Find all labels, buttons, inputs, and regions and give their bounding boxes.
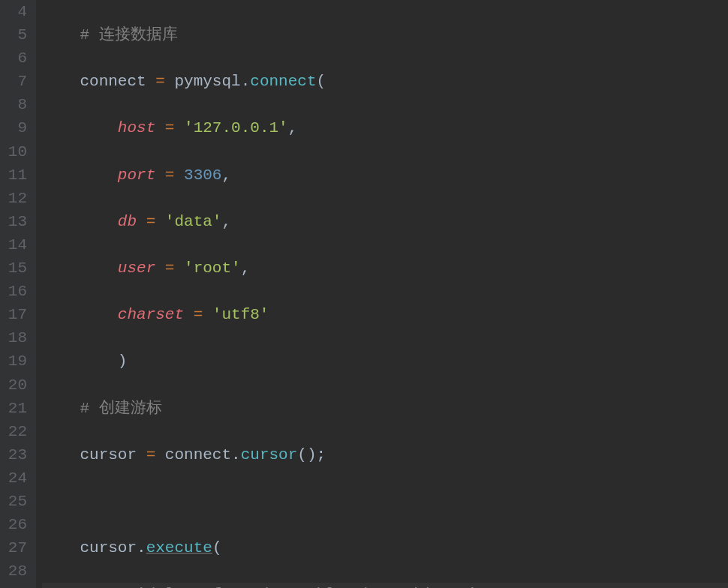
code-editor[interactable]: # 连接数据库 connect = pymysql.connect( host … (36, 0, 728, 588)
line-number: 28 (0, 560, 27, 583)
line-number: 26 (0, 513, 27, 536)
code-line[interactable]: user = 'root', (42, 256, 728, 280)
line-number: 27 (0, 536, 27, 560)
line-number: 5 (0, 23, 27, 46)
line-number: 10 (0, 140, 27, 164)
line-number: 20 (0, 374, 27, 397)
code-line[interactable]: cursor = connect.cursor(); (42, 443, 728, 466)
line-number: 14 (0, 233, 27, 256)
code-line[interactable]: db = 'data', (42, 210, 728, 233)
line-number: 18 (0, 326, 27, 350)
code-line[interactable]: port = 3306, (42, 164, 728, 187)
line-number: 17 (0, 303, 27, 326)
line-number: 15 (0, 256, 27, 280)
code-line[interactable]: cursor.execute( (42, 536, 728, 560)
code-line[interactable] (42, 490, 728, 513)
line-number: 24 (0, 466, 27, 490)
line-number: 22 (0, 420, 27, 443)
line-number: 6 (0, 46, 27, 70)
code-line[interactable]: charset = 'utf8' (42, 303, 728, 326)
line-number: 4 (0, 0, 27, 23)
line-number: 16 (0, 280, 27, 303)
code-line[interactable]: ) (42, 350, 728, 373)
code-line[interactable]: # 创建游标 (42, 397, 728, 420)
line-number: 8 (0, 93, 27, 116)
line-number: 21 (0, 397, 27, 420)
line-number: 9 (0, 116, 27, 140)
code-line[interactable]: # 连接数据库 (42, 23, 728, 46)
line-number: 11 (0, 164, 27, 187)
line-number: 12 (0, 187, 27, 210)
line-number: 7 (0, 70, 27, 93)
code-line-highlighted[interactable]: # 'delete from datatable where id = 1' (42, 583, 728, 588)
code-line[interactable]: connect = pymysql.connect( (42, 70, 728, 93)
line-number: 19 (0, 350, 27, 373)
line-number: 25 (0, 490, 27, 513)
code-line[interactable]: host = '127.0.0.1', (42, 116, 728, 140)
line-number: 13 (0, 210, 27, 233)
line-number: 23 (0, 443, 27, 466)
line-number-gutter: 4 5 6 7 8 9 10 11 12 13 14 15 16 17 18 1… (0, 0, 36, 588)
